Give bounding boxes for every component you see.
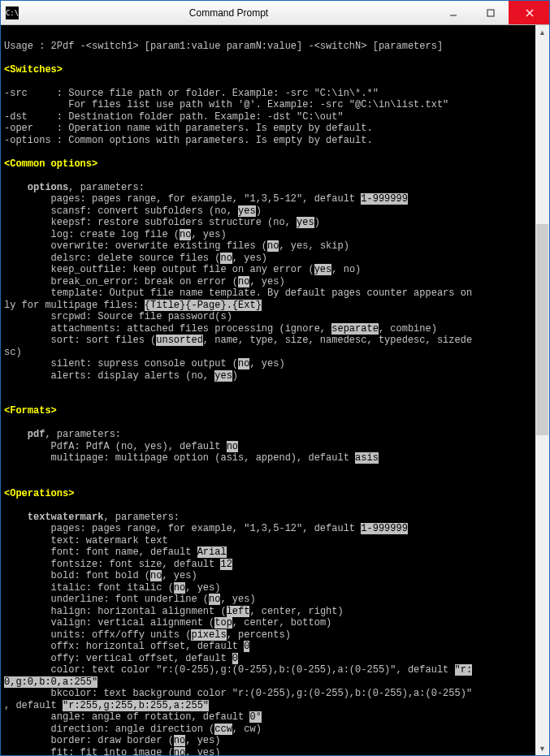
opt-keepsf: keepsf: restore subfolders structure (no…	[4, 217, 297, 228]
opt-delsrc-def: no	[220, 253, 232, 264]
opt-scansf-def: yes	[238, 205, 256, 217]
tw-italic: italic: font italic (	[4, 582, 174, 594]
tw-color-def: "r:	[455, 664, 473, 676]
opt-silent-def: no	[238, 358, 249, 369]
tw-text: text: watermark text	[4, 535, 168, 546]
titlebar[interactable]: C:\ Command Prompt	[1, 1, 549, 25]
opt-keepout-def: yes	[314, 264, 332, 275]
opt-log: log: create log file (	[4, 229, 180, 240]
switch-oper: -oper : Operation name with parameters. …	[4, 123, 373, 134]
scroll-up-icon[interactable]: ▲	[535, 25, 549, 39]
options-word: options	[28, 182, 68, 193]
switch-src: -src : Source file path or folder. Examp…	[4, 88, 379, 99]
tw-border: border: draw border (	[4, 735, 174, 746]
tw-units-def: pixels	[191, 629, 226, 641]
scroll-thumb[interactable]	[536, 224, 548, 435]
tw-color: color: text color "r:(0-255),g:(0-255),b…	[4, 664, 455, 676]
tw-italic-def: no	[174, 582, 185, 594]
tw-angle: angle: angle of rotation, default	[4, 711, 249, 723]
operations-header: <Operations>	[4, 488, 74, 499]
tw-color-def2: 0,g:0,b:0,a:255"	[4, 676, 97, 688]
fmt-pdfa-def: no	[227, 441, 238, 452]
opt-attach-def: separate	[331, 323, 379, 335]
tw-bkcolor2: , default	[4, 700, 63, 711]
fmt-multi-def: asis	[355, 452, 379, 464]
window-title: Command Prompt	[24, 7, 434, 19]
tw-offy: offy: vertical offset, default	[4, 653, 232, 664]
tw-border-def: no	[174, 735, 185, 746]
common-header: <Common options>	[4, 158, 97, 170]
tw-fit-def: no	[174, 747, 185, 756]
tw-halign-def: left	[227, 606, 250, 617]
tw-direction-def: ccw	[214, 724, 232, 735]
tw-angle-def: 0°	[249, 711, 261, 723]
tw-bkcolor: bkcolor: text background color "r:(0-255…	[4, 688, 472, 699]
tw-pages: pages: pages range, for example, "1,3,5-…	[4, 523, 361, 534]
tw-bkcolor-def: "r:255,g:255,b:255,a:255"	[63, 700, 209, 711]
opt-pages: pages: pages range, for example, "1,3,5-…	[4, 193, 361, 205]
switches-header: <Switches>	[4, 64, 63, 76]
tw-offx-def: 0	[244, 641, 249, 652]
opt-overwrite-def: no	[267, 240, 279, 252]
tw-fontsize-def: 12	[220, 559, 232, 570]
usage-line: Usage : 2Pdf -<switch1> [param1:value pa…	[4, 41, 443, 52]
formats-header: <Formats>	[4, 405, 57, 417]
vertical-scrollbar[interactable]: ▲ ▼	[535, 25, 549, 755]
tw-halign: halign: horizontal alignment (	[4, 606, 227, 617]
tw-underline: underline: font underline (	[4, 594, 209, 605]
tw-fontsize: fontsize: font size, default	[4, 559, 220, 570]
params-label: , parameters:	[68, 182, 145, 193]
opt-scansf: scansf: convert subfolders (no,	[4, 205, 238, 217]
tw-offx: offx: horizontal offset, default	[4, 641, 244, 652]
opt-alerts-def: yes	[214, 370, 232, 382]
opt-alerts: alerts: display alerts (no,	[4, 370, 214, 382]
opt-overwrite: overwrite: overwrite existing files (	[4, 240, 267, 252]
fmt-pdfa: PdfA: PdfA (no, yes), default	[4, 441, 227, 452]
cmd-icon: C:\	[6, 6, 19, 19]
opt-log-def: no	[180, 229, 191, 240]
opt-attach: attachments: attached files processing (…	[4, 323, 331, 335]
tw-bold-def: no	[150, 570, 162, 581]
tw-font: font: font name, default	[4, 546, 197, 558]
tw-bold: bold: font bold (	[4, 570, 150, 581]
maximize-button[interactable]	[471, 1, 509, 24]
terminal-output[interactable]: Usage : 2Pdf -<switch1> [param1:value pa…	[1, 25, 535, 755]
tw-direction: direction: angle direction (	[4, 724, 214, 735]
opt-srcpwd: srcpwd: Source file password(s)	[4, 311, 232, 322]
opt-template2: ly for multipage files:	[4, 300, 145, 311]
opt-pages-def: 1-999999	[361, 193, 408, 205]
opt-silent: silent: supress console output (	[4, 358, 238, 369]
opt-sort-def: unsorted	[156, 335, 203, 346]
opt-sort2: sc)	[4, 347, 22, 358]
opt-breakerr: break_on_error: break on error (	[4, 276, 238, 287]
tw-valign: valign: vertical alignment (	[4, 617, 214, 629]
switch-options: -options : Common options with parameter…	[4, 135, 373, 146]
tw-offy-def: 0	[232, 653, 238, 664]
svg-rect-1	[487, 10, 494, 16]
opt-sort: sort: sort files (	[4, 335, 156, 346]
tw-pages-def: 1-999999	[361, 523, 408, 534]
tw-valign-def: top	[214, 617, 232, 629]
opt-delsrc: delsrc: delete source files (	[4, 253, 220, 264]
tw-underline-def: no	[209, 594, 220, 605]
tw-fit: fit: fit into image (	[4, 747, 174, 756]
scroll-down-icon[interactable]: ▼	[535, 741, 549, 755]
tw-units: units: offx/offy units (	[4, 629, 191, 641]
textwatermark-word: textwatermark	[28, 512, 104, 523]
pdf-word: pdf	[28, 429, 45, 440]
minimize-button[interactable]	[434, 1, 471, 24]
switch-src2: For files list use path with '@'. Exampl…	[4, 99, 448, 110]
opt-template: template: Output file name template. By …	[4, 287, 472, 299]
switch-dst: -dst : Destination folder path. Example:…	[4, 111, 344, 123]
tw-font-def: Arial	[197, 546, 227, 558]
window-buttons	[434, 1, 549, 24]
fmt-multi: multipage: multipage option (asis, appen…	[4, 452, 355, 464]
close-button[interactable]	[509, 1, 549, 24]
opt-template-def: {Title}{-Page}.{Ext}	[145, 300, 262, 311]
opt-breakerr-def: no	[238, 276, 249, 287]
opt-keepout: keep_outfile: keep output file on any er…	[4, 264, 314, 275]
opt-keepsf-def: yes	[297, 217, 314, 228]
